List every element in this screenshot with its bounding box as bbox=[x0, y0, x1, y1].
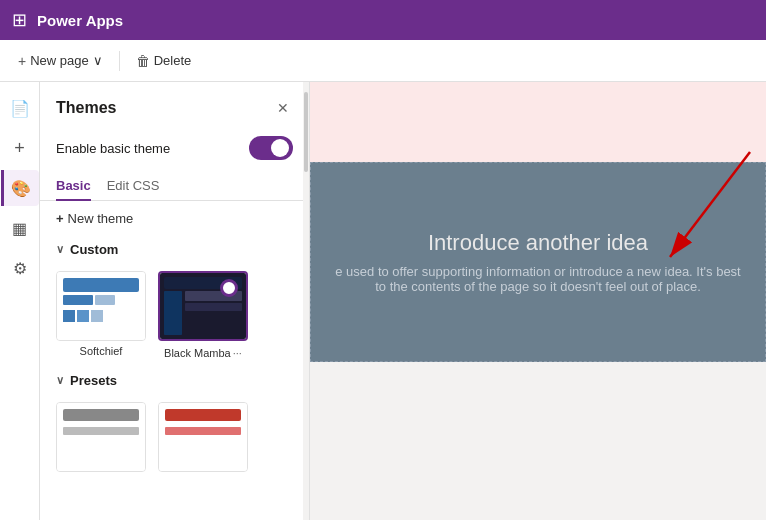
blackmamba-thumbnail bbox=[158, 271, 248, 341]
enable-theme-row: Enable basic theme bbox=[40, 130, 309, 172]
top-navbar: ⊞ Power Apps bbox=[0, 0, 766, 40]
sidebar-icon-components[interactable]: ▦ bbox=[2, 210, 38, 246]
main-content: Introduce another idea e used to offer s… bbox=[310, 82, 766, 520]
tab-edit-css[interactable]: Edit CSS bbox=[107, 172, 160, 201]
content-top-strip bbox=[310, 82, 766, 162]
panel-title: Themes bbox=[56, 99, 116, 117]
plus-icon: + bbox=[56, 211, 64, 226]
preset-1[interactable] bbox=[56, 402, 146, 472]
new-page-label: New page bbox=[30, 53, 89, 68]
brush-icon: 🎨 bbox=[11, 179, 31, 198]
close-button[interactable]: ✕ bbox=[273, 96, 293, 120]
new-theme-button[interactable]: + New theme bbox=[40, 201, 309, 236]
presets-grid bbox=[40, 394, 309, 480]
sidebar-icon-add[interactable]: + bbox=[2, 130, 38, 166]
content-middle-section: Introduce another idea e used to offer s… bbox=[310, 162, 766, 362]
sidebar-icon-settings[interactable]: ⚙ bbox=[2, 250, 38, 286]
panel-header: Themes ✕ bbox=[40, 82, 309, 130]
preset-2-thumbnail bbox=[158, 402, 248, 472]
blackmamba-name: Black Mamba bbox=[164, 347, 231, 359]
enable-theme-toggle[interactable] bbox=[249, 136, 293, 160]
delete-button[interactable]: 🗑 Delete bbox=[128, 48, 200, 74]
table-icon: ▦ bbox=[12, 219, 27, 238]
presets-section-header[interactable]: ∨ Presets bbox=[40, 367, 309, 394]
enable-theme-label: Enable basic theme bbox=[56, 141, 170, 156]
theme-softchief[interactable]: Softchief bbox=[56, 271, 146, 359]
panel-tabs: Basic Edit CSS bbox=[40, 172, 309, 201]
themes-panel: Themes ✕ Enable basic theme Basic Edit C… bbox=[40, 82, 310, 520]
chevron-down-icon: ∨ bbox=[56, 243, 64, 256]
themes-grid: Softchief bbox=[40, 263, 309, 367]
tab-basic[interactable]: Basic bbox=[56, 172, 91, 201]
presets-section-label: Presets bbox=[70, 373, 117, 388]
scrollbar-thumb bbox=[304, 92, 308, 172]
trash-icon: 🗑 bbox=[136, 53, 150, 69]
main-layout: 📄 + 🎨 ▦ ⚙ Themes ✕ Enable basic theme bbox=[0, 82, 766, 520]
more-options-icon[interactable]: ··· bbox=[233, 347, 242, 359]
theme-blackmamba[interactable]: Black Mamba ··· bbox=[158, 271, 248, 359]
custom-section-label: Custom bbox=[70, 242, 118, 257]
softchief-name: Softchief bbox=[80, 345, 123, 357]
add-icon: + bbox=[14, 138, 25, 159]
softchief-thumbnail bbox=[56, 271, 146, 341]
grid-icon[interactable]: ⊞ bbox=[12, 9, 27, 31]
preset-1-thumbnail bbox=[56, 402, 146, 472]
delete-label: Delete bbox=[154, 53, 192, 68]
toolbar-divider bbox=[119, 51, 120, 71]
sidebar-icon-page[interactable]: 📄 bbox=[2, 90, 38, 126]
plus-icon: + bbox=[18, 53, 26, 69]
left-sidebar: 📄 + 🎨 ▦ ⚙ bbox=[0, 82, 40, 520]
content-heading: Introduce another idea bbox=[428, 230, 648, 256]
selected-indicator bbox=[220, 279, 238, 297]
gear-icon: ⚙ bbox=[13, 259, 27, 278]
presets-section: ∨ Presets bbox=[40, 367, 309, 488]
chevron-down-icon: ∨ bbox=[93, 53, 103, 68]
new-page-button[interactable]: + New page ∨ bbox=[10, 48, 111, 74]
panel-scrollbar[interactable] bbox=[303, 82, 309, 520]
app-title: Power Apps bbox=[37, 12, 123, 29]
page-icon: 📄 bbox=[10, 99, 30, 118]
sidebar-icon-themes[interactable]: 🎨 bbox=[1, 170, 39, 206]
content-body: e used to offer supporting information o… bbox=[311, 264, 765, 294]
new-theme-label: New theme bbox=[68, 211, 134, 226]
custom-section-header[interactable]: ∨ Custom bbox=[40, 236, 309, 263]
preset-2[interactable] bbox=[158, 402, 248, 472]
toolbar: + New page ∨ 🗑 Delete bbox=[0, 40, 766, 82]
chevron-down-icon: ∨ bbox=[56, 374, 64, 387]
